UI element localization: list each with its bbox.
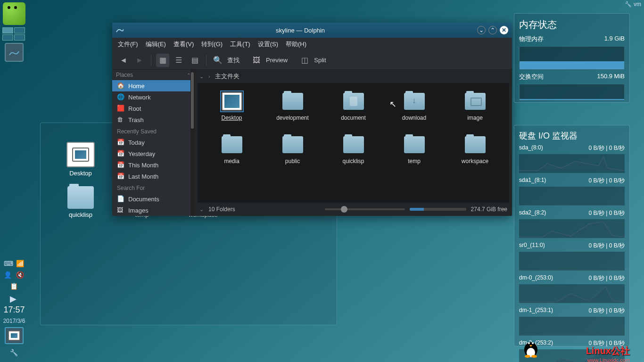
sidebar-item-recent[interactable]: 📅Last Month: [112, 171, 194, 182]
system-tray-corner: 🔧 vm: [622, 0, 644, 8]
clipboard-icon[interactable]: 📋: [10, 282, 18, 291]
file-view[interactable]: Desktopdevelopmentdocumentdownloadimagem…: [198, 83, 509, 203]
desktop-folder-icon: [222, 92, 242, 111]
recently-saved-header: Recently Saved: [112, 125, 194, 137]
statusbar-expand-icon[interactable]: ⌄: [199, 206, 204, 213]
file-label: download: [402, 115, 426, 121]
file-item[interactable]: Desktop: [204, 89, 260, 123]
file-item[interactable]: development: [264, 89, 321, 123]
file-label: public: [285, 158, 300, 165]
pager[interactable]: [2, 27, 26, 41]
memory-status-widget[interactable]: 内存状态 物理内存 1.9 GiB 交换空间 150.9 MiB: [514, 13, 630, 103]
menu-item[interactable]: 文件(F): [118, 40, 138, 49]
disk-name: dm-0_(253:0): [519, 274, 553, 282]
back-button[interactable]: ◄: [117, 54, 130, 67]
places-sidebar: Places ⌃ 🏠Home🌐Network🟥Root🗑Trash Recent…: [112, 70, 195, 216]
pager-cell[interactable]: [14, 34, 25, 41]
calendar-icon: 📅: [117, 161, 124, 169]
io-graph: [519, 252, 625, 271]
split-label[interactable]: Split: [314, 57, 326, 64]
icons-view-button[interactable]: ▦: [156, 54, 169, 67]
disk-name: sda1_(8:1): [519, 177, 546, 185]
file-item[interactable]: workspace: [447, 132, 503, 166]
free-space: 274.7 GiB free: [471, 206, 507, 213]
disk-rates: 0 B/秒 | 0 B/秒: [589, 177, 625, 185]
io-graph: [519, 219, 625, 238]
wifi-icon[interactable]: 📶: [16, 260, 25, 268]
play-icon[interactable]: ▶: [10, 294, 18, 302]
pager-cell[interactable]: [2, 27, 13, 33]
sidebar-item-recent[interactable]: 📅Yesterday: [112, 148, 194, 159]
collapse-icon[interactable]: ⌃: [187, 73, 190, 78]
volume-muted-icon[interactable]: 🔇: [16, 271, 25, 280]
find-label[interactable]: 查找: [227, 56, 239, 65]
io-graph: [519, 154, 625, 173]
file-item[interactable]: document: [325, 89, 381, 123]
file-item[interactable]: image: [447, 89, 503, 123]
calendar-icon: 📅: [117, 150, 124, 157]
wrench-icon[interactable]: 🔧: [625, 1, 632, 8]
menu-item[interactable]: 工具(T): [230, 40, 250, 49]
menu-item[interactable]: 帮助(H): [286, 40, 306, 49]
file-item[interactable]: public: [264, 132, 321, 166]
io-graph: [519, 317, 625, 336]
breadcrumb[interactable]: ⌄ › 主文件夹: [195, 70, 512, 83]
sidebar-item-network[interactable]: 🌐Network: [112, 91, 194, 103]
desktop-item[interactable]: Desktop: [50, 142, 111, 177]
menu-item[interactable]: 设置(S): [258, 40, 278, 49]
compact-view-button[interactable]: ☰: [172, 54, 185, 67]
watermark-url: www.Linuxidc.com: [587, 357, 630, 362]
keyboard-icon[interactable]: ⌨: [4, 260, 12, 268]
breadcrumb-label[interactable]: 主文件夹: [215, 72, 239, 81]
sidebar-item-trash[interactable]: 🗑Trash: [112, 114, 194, 125]
watermark-text: Linux公社: [586, 345, 630, 357]
menu-item[interactable]: 查看(V): [173, 40, 194, 49]
sidebar-item-home[interactable]: 🏠Home: [112, 80, 194, 91]
file-item[interactable]: media: [204, 132, 260, 166]
app-launcher-icon[interactable]: [3, 2, 25, 25]
desktop-item[interactable]: quicklisp: [50, 186, 111, 218]
find-icon[interactable]: 🔍: [211, 54, 224, 67]
folder-icon: [404, 136, 425, 153]
pager-cell[interactable]: [14, 27, 25, 33]
clock-time[interactable]: 17:57: [3, 305, 25, 315]
file-label: image: [467, 115, 483, 121]
wireshark-launcher[interactable]: [5, 43, 24, 62]
disk-io-widget[interactable]: 硬盘 I/O 监视器 sda_(8:0)0 B/秒 | 0 B/秒sda1_(8…: [514, 125, 630, 346]
io-disk-row: dm-1_(253:1)0 B/秒 | 0 B/秒: [519, 307, 625, 315]
preview-icon[interactable]: 🖼: [250, 54, 263, 67]
file-label: Desktop: [221, 115, 242, 121]
task-dolphin[interactable]: [5, 327, 24, 344]
preview-label[interactable]: Preview: [266, 57, 288, 64]
settings-wrench-icon[interactable]: 🔧: [10, 349, 18, 357]
statusbar: ⌄ 10 Folders 274.7 GiB free: [195, 203, 512, 216]
user-icon[interactable]: 👤: [4, 271, 12, 280]
left-panel: ⌨ 📶 👤 🔇 📋 ▶ 17:57 2017/3/6 🔧: [0, 0, 28, 362]
maximize-button[interactable]: ⌃: [488, 26, 497, 34]
folder-icon: [222, 136, 242, 153]
zoom-slider[interactable]: [325, 208, 405, 210]
split-icon[interactable]: ◫: [298, 54, 311, 67]
file-item[interactable]: temp: [386, 132, 442, 166]
menu-item[interactable]: 编辑(E): [146, 40, 166, 49]
io-graph: [519, 284, 625, 303]
file-item[interactable]: quicklisp: [325, 132, 381, 166]
forward-button[interactable]: ►: [133, 54, 146, 67]
sidebar-item-recent[interactable]: 📅Today: [112, 137, 194, 148]
pager-cell[interactable]: [2, 34, 13, 41]
folder-icon: [282, 93, 303, 110]
sidebar-item-recent[interactable]: 📅This Month: [112, 159, 194, 171]
folder-icon: [343, 136, 364, 153]
sidebar-scrollbar[interactable]: [190, 70, 194, 216]
minimize-button[interactable]: ⌄: [477, 26, 486, 34]
expand-icon[interactable]: ⌄: [199, 74, 204, 80]
sidebar-item-search[interactable]: 🖼Images: [112, 205, 194, 216]
file-item[interactable]: download: [386, 89, 442, 123]
memory-title: 内存状态: [519, 18, 625, 31]
menu-item[interactable]: 转到(G): [201, 40, 223, 49]
close-button[interactable]: ✕: [500, 26, 508, 34]
sidebar-item-root[interactable]: 🟥Root: [112, 103, 194, 114]
details-view-button[interactable]: ▤: [188, 54, 201, 67]
sidebar-item-search[interactable]: 📄Documents: [112, 193, 194, 205]
titlebar[interactable]: skyline — Dolphin ⌄ ⌃ ✕: [112, 23, 512, 38]
